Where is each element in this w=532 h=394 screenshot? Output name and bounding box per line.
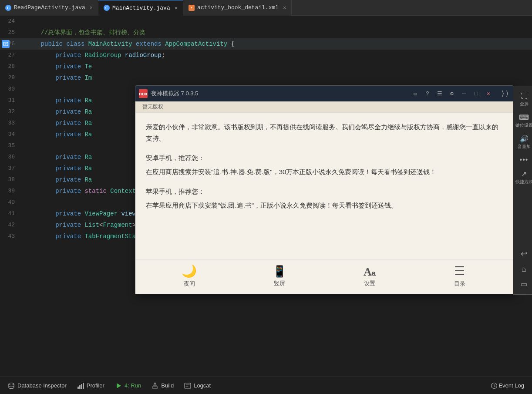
code-line-28: 28 private Te [0, 61, 532, 72]
volume-icon: 🔊 [520, 135, 529, 143]
tab-bar: C ReadPageActivity.java ✕ C MainActivity… [0, 0, 532, 16]
android-title: 安卓手机，推荐您： [146, 152, 503, 164]
emulator-titlebar: nox 夜神模拟器 7.0.3.5 ✉ ? ☰ ⚙ — □ ✕ ⟩⟩ [135, 86, 513, 101]
tab-mainactivity[interactable]: C MainActivity.java ✕ [98, 0, 183, 16]
tab-close-1[interactable]: ✕ [90, 4, 93, 11]
run-item[interactable]: 4: Run [111, 379, 145, 393]
event-log-icon [491, 382, 498, 389]
db-icon [8, 382, 15, 389]
close-icon[interactable]: ✕ [484, 89, 493, 98]
tab-mainactivity-label: MainActivity.java [112, 5, 170, 11]
fullscreen-label: 全屏 [520, 101, 529, 107]
nav-settings[interactable]: Aₐ 设置 [357, 266, 383, 287]
fullscreen-btn[interactable]: ⛶ 全屏 [515, 90, 532, 110]
svg-marker-6 [117, 383, 121, 388]
tab-xml-label: activity_book_detail.xml [197, 4, 279, 11]
night-icon: 🌙 [182, 266, 197, 278]
line-content-28: private Te [22, 61, 532, 72]
more-btn[interactable]: ••• [515, 153, 532, 166]
portrait-icon: 📱 [273, 266, 286, 278]
emulator-controls: ✉ ? ☰ ⚙ — □ ✕ [411, 89, 493, 98]
nav-portrait[interactable]: 📱 竖屏 [266, 266, 293, 287]
line-num-25: 25 [0, 27, 22, 38]
svg-rect-0 [3, 42, 8, 46]
line-num-29: 29 [0, 72, 22, 84]
db-inspector-label: Database Inspector [17, 382, 67, 389]
tab-java-icon-2: C [104, 5, 110, 11]
emulator-title: 夜神模拟器 7.0.3.5 [151, 90, 407, 98]
event-log-item[interactable]: Event Log [486, 379, 529, 393]
build-label: Build [161, 382, 174, 389]
menu-icon[interactable]: ☰ [435, 89, 444, 98]
android-text: 在应用商店搜索并安装"追.书.神.器.免.费.版"，30万本正版小说永久免费阅读… [146, 166, 503, 178]
emulator-window[interactable]: nox 夜神模拟器 7.0.3.5 ✉ ? ☰ ⚙ — □ ✕ ⟩⟩ 暂无版权 … [135, 85, 514, 294]
keybind-btn[interactable]: ⌨ 键位设置 [515, 111, 532, 131]
tab-close-2[interactable]: ✕ [175, 5, 178, 11]
nav-toc[interactable]: ☰ 目录 [447, 266, 473, 288]
nav-night[interactable]: 🌙 夜间 [176, 266, 202, 288]
apple-title: 苹果手机，推荐您： [146, 186, 503, 197]
expand-icon[interactable]: ⟩⟩ [500, 89, 510, 98]
home-btn[interactable]: ⌂ [515, 262, 532, 276]
keybind-label: 键位设置 [515, 122, 532, 128]
copyright-banner: 暂无版权 [135, 101, 513, 113]
recent-icon: ▭ [521, 280, 527, 288]
email-icon[interactable]: ✉ [411, 89, 420, 98]
settings-icon[interactable]: ⚙ [447, 89, 457, 98]
build-icon [152, 382, 158, 389]
line-num-28: 28 [0, 61, 22, 72]
emulator-content[interactable]: 亲爱的小伙伴，非常歉意。该书版权到期，不再提供在线阅读服务。我们会竭尽全力继续与… [135, 113, 513, 259]
tab-close-3[interactable]: ✕ [283, 4, 286, 11]
shortcut-btn[interactable]: ↗ 快捷方式 [515, 167, 532, 188]
keybind-icon: ⌨ [519, 113, 529, 121]
content-block-1: 亲爱的小伙伴，非常歉意。该书版权到期，不再提供在线阅读服务。我们会竭尽全力继续与… [146, 121, 503, 144]
code-line-24: 24 [0, 16, 532, 27]
line-num-26: 26 [0, 38, 22, 50]
volume-btn[interactable]: 🔊 音量加 [515, 132, 532, 152]
back-btn[interactable]: ↩ [515, 246, 532, 261]
tab-xml[interactable]: ✦ activity_book_detail.xml ✕ [183, 0, 292, 16]
code-line-27: 27 private RadioGroup radioGroup; [0, 50, 532, 61]
build-item[interactable]: Build [147, 379, 178, 393]
emulator-bottom-nav: 🌙 夜间 📱 竖屏 Aₐ 设置 ☰ 目录 [135, 259, 513, 294]
line-num-24: 24 [0, 16, 22, 27]
profiler-label: Profiler [87, 382, 104, 389]
portrait-label: 竖屏 [274, 280, 285, 287]
minimize-icon[interactable]: — [459, 89, 469, 98]
line-content-29: private Im [22, 72, 532, 84]
tab-readpage[interactable]: C ReadPageActivity.java ✕ [0, 0, 98, 16]
svg-rect-7 [153, 386, 157, 389]
tab-java-icon: C [5, 5, 11, 11]
content-para1: 亲爱的小伙伴，非常歉意。该书版权到期，不再提供在线阅读服务。我们会竭尽全力继续与… [146, 121, 503, 144]
emulator-right-toolbar: ⛶ 全屏 ⌨ 键位设置 🔊 音量加 ••• ↗ 快捷方式 ↩ ⌂ ▭ [513, 86, 532, 295]
volume-label: 音量加 [518, 144, 531, 150]
night-label: 夜间 [184, 280, 195, 288]
line-content-27: private RadioGroup radioGroup; [22, 50, 532, 61]
shortcut-icon: ↗ [521, 170, 527, 178]
profiler-item[interactable]: Profiler [73, 379, 109, 393]
help-icon[interactable]: ? [423, 89, 432, 98]
event-log-label: Event Log [498, 382, 524, 389]
settings-label: 设置 [364, 280, 375, 287]
logcat-item[interactable]: Logcat [180, 379, 215, 393]
profiler-icon [77, 382, 84, 389]
content-block-android: 安卓手机，推荐您： 在应用商店搜索并安装"追.书.神.器.免.费.版"，30万本… [146, 152, 503, 177]
line-content-26: public class MainActivity extends AppCom… [22, 38, 532, 50]
content-block-apple: 苹果手机，推荐您： 在苹果应用商店下载安装"饭.团.追.书"，正版小说永久免费阅… [146, 186, 503, 211]
line-num-27: 27 [0, 50, 22, 61]
more-icon: ••• [520, 156, 529, 164]
code-line-25: 25 //总体界面，包含书架、排行榜、分类 [0, 27, 532, 38]
svg-rect-5 [83, 383, 84, 389]
home-icon: ⌂ [522, 265, 526, 274]
emulator-screen: 暂无版权 亲爱的小伙伴，非常歉意。该书版权到期，不再提供在线阅读服务。我们会竭尽… [135, 101, 513, 294]
db-inspector-item[interactable]: Database Inspector [3, 379, 71, 393]
recent-btn[interactable]: ▭ [515, 277, 532, 291]
run-icon [115, 382, 122, 389]
tab-readpage-label: ReadPageActivity.java [14, 4, 85, 11]
svg-rect-2 [77, 387, 79, 389]
line-num-30: 30 [0, 84, 22, 95]
toc-label: 目录 [454, 280, 465, 288]
back-icon: ↩ [521, 249, 527, 259]
maximize-icon[interactable]: □ [471, 89, 481, 98]
bottom-bar: Database Inspector Profiler 4: Run Build… [0, 377, 532, 394]
